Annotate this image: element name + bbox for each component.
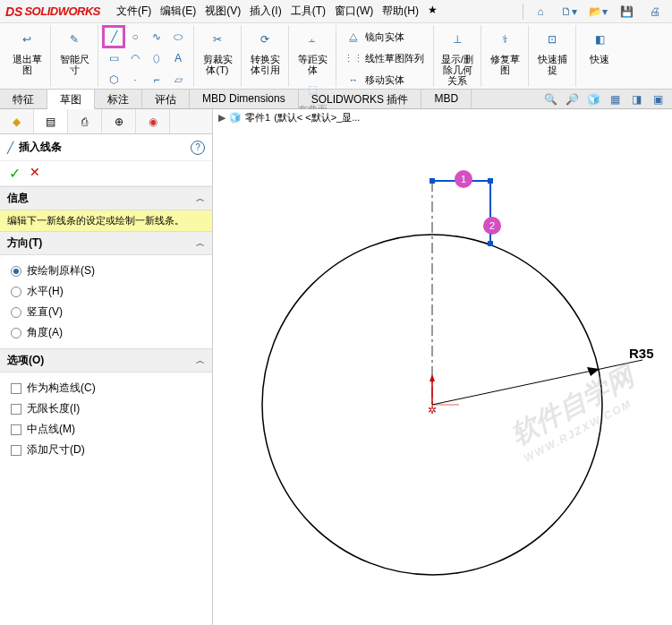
move-entities-button[interactable]: ↔移动实体 xyxy=(342,70,428,90)
view-orient-icon[interactable]: 🧊 xyxy=(584,91,602,107)
menu-file[interactable]: 文件(F) xyxy=(113,2,155,21)
line-tool[interactable]: ╱ xyxy=(104,27,123,47)
dimxpert-tab[interactable]: ⊕ xyxy=(102,109,136,133)
sketch-origin[interactable]: ✲ xyxy=(428,374,459,416)
save-icon[interactable]: 💾 xyxy=(615,2,638,21)
check-construction[interactable]: 作为构造线(C) xyxy=(11,378,201,398)
endpoint-handle[interactable] xyxy=(488,178,493,184)
checkbox-icon xyxy=(11,445,21,456)
smart-dim-label: 智能尺寸 xyxy=(56,54,92,75)
menu-insert[interactable]: 插入(I) xyxy=(246,2,285,21)
quick-snap-button[interactable]: ⊡ 快速捕捉 xyxy=(534,25,570,75)
ribbon-group-sketch-tools: ╱ ○ ∿ ⬭ ▭ ◠ ⬯ A ⬡ · ⌐ ▱ xyxy=(98,25,194,87)
radius-dimension-line[interactable] xyxy=(432,360,642,405)
exit-sketch-button[interactable]: ↩ 退出草图 xyxy=(9,25,45,75)
panel-tabs: ◆ ▤ ⎙ ⊕ ◉ xyxy=(0,109,212,134)
ribbon-group-quick: ◧ 快速 xyxy=(576,25,623,87)
endpoint-handle[interactable] xyxy=(488,241,493,246)
check-add-dim[interactable]: 添加尺寸(D) xyxy=(11,440,201,460)
mirror-button[interactable]: ⧋镜向实体 xyxy=(342,27,428,47)
collapse-icon[interactable]: ︿ xyxy=(196,237,205,250)
radio-as-sketched[interactable]: 按绘制原样(S) xyxy=(11,261,201,281)
property-manager-tab[interactable]: ▤ xyxy=(34,109,68,133)
tab-sketch[interactable]: 草图 xyxy=(47,90,95,109)
text-tool[interactable]: A xyxy=(168,48,188,68)
ellipse-tool[interactable]: ⬯ xyxy=(147,48,166,68)
radio-angle[interactable]: 角度(A) xyxy=(11,322,201,343)
ok-button[interactable]: ✓ xyxy=(9,165,21,182)
circle-tool[interactable]: ○ xyxy=(125,27,145,47)
scene-icon[interactable]: ▣ xyxy=(649,91,667,107)
slot-tool[interactable]: ⬭ xyxy=(168,27,188,47)
home-icon[interactable]: ⌂ xyxy=(529,2,552,21)
linear-pattern-button[interactable]: ⋮⋮线性草图阵列 xyxy=(342,48,428,68)
direction-section-head[interactable]: 方向(T) ︿ xyxy=(0,231,212,255)
new-icon[interactable]: 🗋▾ xyxy=(557,2,581,21)
zoom-area-icon[interactable]: 🔎 xyxy=(563,91,581,107)
arc-tool[interactable]: ◠ xyxy=(125,48,145,68)
convert-entities-button[interactable]: ⟳ 转换实体引用 xyxy=(247,25,283,75)
mirror-label: 镜向实体 xyxy=(365,30,404,44)
quick-button[interactable]: ◧ 快速 xyxy=(582,25,617,64)
menu-star[interactable]: ★ xyxy=(424,2,441,21)
graphics-area[interactable]: ▶ 🧊 零件1 (默认< <默认>_显... 1 2 xyxy=(213,109,672,625)
trim-button[interactable]: ✂ 剪裁实体(T) xyxy=(200,25,235,75)
tab-evaluate[interactable]: 评估 xyxy=(142,90,190,108)
collapse-icon[interactable]: ︿ xyxy=(196,355,205,367)
breadcrumb-back-icon[interactable]: ▶ xyxy=(218,112,225,124)
info-section-head[interactable]: 信息 ︿ xyxy=(0,186,212,210)
radius-dimension-label[interactable]: R35 xyxy=(629,346,654,361)
polygon-tool[interactable]: ⬡ xyxy=(104,70,123,90)
print-icon[interactable]: 🖨 xyxy=(643,2,667,21)
command-tabs: 特征 草图 标注 评估 MBD Dimensions SOLIDWORKS 插件… xyxy=(0,90,672,109)
options-section-head[interactable]: 选项(O) ︿ xyxy=(0,348,212,372)
ribbon-group-convert: ⟳ 转换实体引用 xyxy=(242,25,289,87)
config-tab[interactable]: ⎙ xyxy=(68,109,102,133)
rectangle-tool[interactable]: ▭ xyxy=(104,48,123,68)
open-icon[interactable]: 📂▾ xyxy=(586,2,609,21)
ribbon-group-exit: ↩ 退出草图 xyxy=(4,25,51,87)
radio-vertical[interactable]: 竖直(V) xyxy=(11,302,201,322)
tab-mbd-dim[interactable]: MBD Dimensions xyxy=(190,90,299,108)
breadcrumb: ▶ 🧊 零件1 (默认< <默认>_显... xyxy=(218,111,360,124)
tab-features[interactable]: 特征 xyxy=(0,90,47,108)
point-tool[interactable]: · xyxy=(125,70,145,90)
feature-tree-tab[interactable]: ◆ xyxy=(0,109,34,133)
fillet-tool[interactable]: ⌐ xyxy=(147,70,166,90)
offset-button[interactable]: ⫠ 等距实体 xyxy=(294,25,330,75)
menu-help[interactable]: 帮助(H) xyxy=(379,2,422,21)
move-icon: ↔ xyxy=(345,72,362,88)
part-icon: 🧊 xyxy=(229,112,242,124)
sketch-canvas[interactable]: 1 2 ✲ R35 xyxy=(213,127,672,625)
endpoint-handle[interactable] xyxy=(430,178,435,184)
check-midpoint[interactable]: 中点线(M) xyxy=(11,419,201,440)
menu-view[interactable]: 视图(V) xyxy=(201,2,244,21)
cancel-button[interactable]: ✕ xyxy=(30,165,40,182)
snap-label: 快速捕捉 xyxy=(534,54,570,75)
repair-sketch-button[interactable]: ⚕ 修复草图 xyxy=(487,25,523,75)
titlebar: DS SOLIDWORKS 文件(F) 编辑(E) 视图(V) 插入(I) 工具… xyxy=(0,0,672,23)
menu-tools[interactable]: 工具(T) xyxy=(287,2,329,21)
menu-window[interactable]: 窗口(W) xyxy=(331,2,377,21)
spline-tool[interactable]: ∿ xyxy=(147,27,166,47)
breadcrumb-state[interactable]: (默认< <默认>_显... xyxy=(274,111,360,124)
ribbon-group-relations: ⊥ 显示/删除几何关系 xyxy=(434,25,481,87)
breadcrumb-part[interactable]: 零件1 xyxy=(245,111,270,124)
pm-confirm-row: ✓ ✕ xyxy=(0,161,212,186)
collapse-icon[interactable]: ︿ xyxy=(196,193,205,205)
plane-tool[interactable]: ▱ xyxy=(168,70,188,90)
display-relations-button[interactable]: ⊥ 显示/删除几何关系 xyxy=(439,25,475,86)
menu-edit[interactable]: 编辑(E) xyxy=(157,2,200,21)
display-tab[interactable]: ◉ xyxy=(136,109,170,133)
check-infinite[interactable]: 无限长度(I) xyxy=(11,398,201,419)
display-style-icon[interactable]: ▦ xyxy=(606,91,624,107)
section-icon[interactable]: ◨ xyxy=(627,91,645,107)
tab-mbd[interactable]: MBD xyxy=(421,90,472,108)
tab-annotate[interactable]: 标注 xyxy=(95,90,142,108)
zoom-fit-icon[interactable]: 🔍 xyxy=(541,91,559,107)
pm-header: ╱ 插入线条 ? xyxy=(0,134,212,161)
radio-horizontal[interactable]: 水平(H) xyxy=(11,281,201,302)
help-icon[interactable]: ? xyxy=(191,141,205,155)
check-label: 中点线(M) xyxy=(27,422,75,437)
smart-dimension-button[interactable]: ✎ 智能尺寸 xyxy=(56,25,92,75)
